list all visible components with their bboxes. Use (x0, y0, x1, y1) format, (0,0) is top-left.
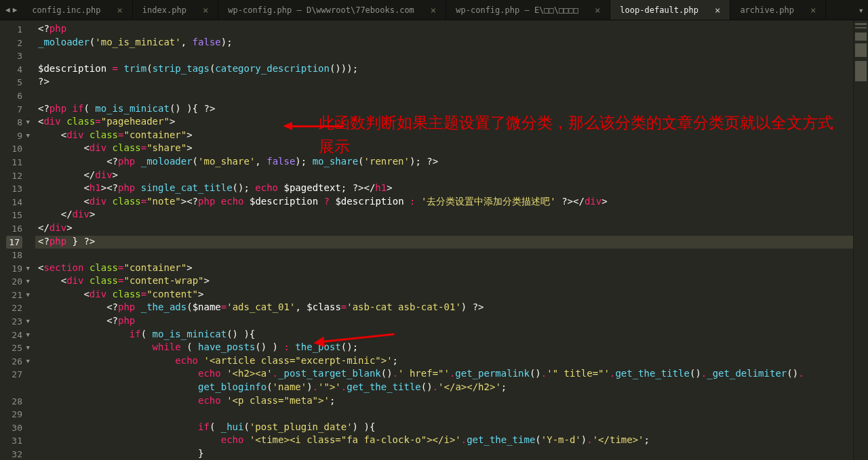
fold-icon[interactable]: ▼ (24, 341, 30, 355)
line-number[interactable]: 31 (3, 434, 30, 448)
code-line[interactable]: <section class="container"> (35, 262, 868, 276)
line-number[interactable]: 13 (3, 182, 30, 196)
line-number[interactable]: 16 (3, 222, 30, 236)
line-number[interactable]: 30 (3, 421, 30, 435)
tab-nav-right-icon[interactable]: ▶ (12, 5, 19, 14)
code-line[interactable] (35, 89, 868, 103)
line-number[interactable]: 23▼ (3, 315, 30, 329)
tab-5[interactable]: archive.php× (730, 0, 826, 20)
line-number[interactable]: 19▼ (3, 262, 30, 276)
gutter[interactable]: 12345678▼9▼10111213141516171819▼20▼21▼22… (0, 20, 35, 460)
fold-icon[interactable]: ▼ (24, 355, 30, 369)
code-line[interactable]: $description = trim(strip_tags(category_… (35, 63, 868, 77)
code-line[interactable]: if( _hui('post_plugin_date') ){ (35, 421, 868, 435)
line-number[interactable]: 25▼ (3, 341, 30, 355)
code-line[interactable]: ?> (35, 76, 868, 89)
code-line[interactable]: } (35, 448, 868, 460)
tab-nav-arrows[interactable]: ◀ ▶ (0, 0, 22, 20)
close-icon[interactable]: × (595, 5, 600, 15)
line-number[interactable]: 21▼ (3, 289, 30, 302)
tab-overflow-icon[interactable]: ▾ (854, 0, 868, 20)
close-icon[interactable]: × (715, 5, 720, 15)
fold-icon[interactable]: ▼ (24, 129, 30, 143)
line-number[interactable]: 24▼ (3, 329, 30, 342)
code-line[interactable]: _moloader('mo_is_minicat', false); (35, 37, 868, 50)
line-number[interactable]: 15 (3, 209, 30, 222)
fold-icon[interactable]: ▼ (24, 262, 30, 276)
line-number[interactable]: 26▼ (3, 355, 30, 369)
tab-label: index.php (142, 5, 186, 15)
tab-bar: ◀ ▶ config.inc.php×index.php×wp-config.p… (0, 0, 868, 20)
line-number[interactable]: 18 (3, 249, 30, 262)
close-icon[interactable]: × (203, 5, 208, 15)
code-line[interactable]: <div class="content"> (35, 289, 868, 302)
code-area[interactable]: 此函数判断如果主题设置了微分类，那么该分类的文章分类页就以全文方式展示 <?ph… (35, 20, 868, 460)
line-number[interactable]: 11 (3, 156, 30, 169)
fold-icon[interactable]: ▼ (24, 116, 30, 129)
line-number[interactable]: 3 (3, 49, 30, 63)
line-number[interactable]: 27 (3, 368, 30, 381)
line-number[interactable]: 4 (3, 63, 30, 77)
line-number[interactable] (3, 381, 30, 395)
code-line[interactable]: <div class="note"><?php echo $descriptio… (35, 196, 868, 209)
tab-label: archive.php (740, 5, 793, 15)
line-number[interactable]: 9▼ (3, 129, 30, 143)
line-number[interactable]: 28 (3, 395, 30, 409)
line-number[interactable]: 10 (3, 142, 30, 156)
code-line[interactable]: <?php _the_ads($name='ads_cat_01', $clas… (35, 301, 868, 315)
minimap[interactable] (853, 20, 868, 460)
code-line[interactable]: while ( have_posts() ) : the_post(); (35, 341, 868, 355)
code-line[interactable]: <h1><?php single_cat_title(); echo $page… (35, 182, 868, 196)
tab-nav-left-icon[interactable]: ◀ (4, 5, 12, 14)
close-icon[interactable]: × (810, 5, 816, 15)
code-line[interactable]: <?php (35, 315, 868, 329)
tab-2[interactable]: wp-config.php — D\wwwroot\77ebooks.com× (218, 0, 446, 20)
fold-icon[interactable]: ▼ (24, 275, 30, 289)
code-line[interactable]: if( mo_is_minicat() ){ (35, 329, 868, 342)
line-number[interactable]: 20▼ (3, 275, 30, 289)
code-line[interactable]: <div class="container"> (35, 129, 868, 143)
line-number[interactable]: 17 (3, 236, 30, 249)
fold-icon[interactable]: ▼ (24, 329, 30, 342)
line-number[interactable]: 32 (3, 448, 30, 460)
fold-icon[interactable]: ▼ (24, 315, 30, 329)
tab-4[interactable]: loop-default.php× (610, 0, 730, 20)
code-line[interactable]: echo '<h2><a'._post_target_blank().' hre… (35, 368, 868, 381)
fold-icon[interactable]: ▼ (24, 289, 30, 302)
code-line[interactable]: <?php (35, 23, 868, 37)
code-line[interactable]: <div class="share"> (35, 142, 868, 156)
line-number[interactable]: 5 (3, 76, 30, 89)
tab-0[interactable]: config.inc.php× (22, 0, 133, 20)
code-line[interactable]: echo '<article class="excerpt-minic">'; (35, 355, 868, 369)
tab-label: wp-config.php — E\□□\□□□□ (456, 5, 578, 15)
code-line[interactable]: get_bloginfo('name').'">'.get_the_title(… (35, 381, 868, 395)
tab-1[interactable]: index.php× (133, 0, 218, 20)
tab-label: wp-config.php — D\wwwroot\77ebooks.com (228, 5, 414, 15)
tab-3[interactable]: wp-config.php — E\□□\□□□□× (446, 0, 610, 20)
code-line[interactable] (35, 49, 868, 63)
code-line[interactable]: <div class="pageheader"> (35, 116, 868, 129)
code-line[interactable]: echo '<time><i class="fa fa-clock-o"></i… (35, 434, 868, 448)
code-line[interactable]: </div> (35, 209, 868, 222)
line-number[interactable]: 8▼ (3, 116, 30, 129)
tab-label: config.inc.php (32, 5, 100, 15)
code-line[interactable] (35, 249, 868, 262)
close-icon[interactable]: × (431, 5, 436, 15)
code-line[interactable]: <?php _moloader('mo_share', false); mo_s… (35, 156, 868, 169)
line-number[interactable]: 12 (3, 169, 30, 183)
line-number[interactable]: 22 (3, 301, 30, 315)
line-number[interactable]: 1 (3, 23, 30, 37)
line-number[interactable]: 2 (3, 37, 30, 50)
code-line[interactable]: echo '<p class="meta">'; (35, 395, 868, 409)
line-number[interactable]: 29 (3, 408, 30, 421)
line-number[interactable]: 14 (3, 196, 30, 209)
code-line[interactable]: <?php if( mo_is_minicat() ){ ?> (35, 103, 868, 117)
line-number[interactable]: 7 (3, 103, 30, 117)
code-line[interactable]: </div> (35, 222, 868, 236)
code-line[interactable]: <div class="content-wrap"> (35, 275, 868, 289)
code-line[interactable] (35, 408, 868, 421)
code-line[interactable]: </div> (35, 169, 868, 183)
line-number[interactable]: 6 (3, 89, 30, 103)
code-line[interactable]: <?php } ?> (35, 236, 868, 249)
close-icon[interactable]: × (117, 5, 122, 15)
